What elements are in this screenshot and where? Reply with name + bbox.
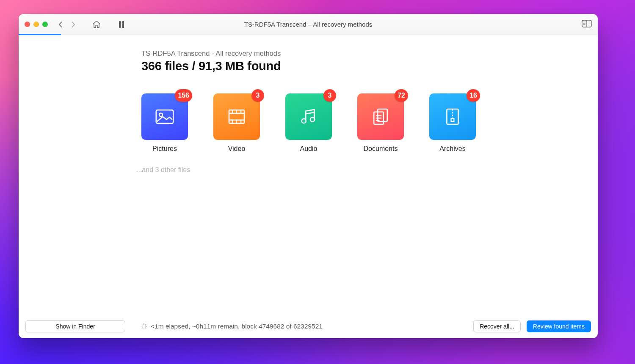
chevron-left-icon [58,21,63,28]
show-in-finder-button[interactable]: Show in Finder [25,320,125,332]
content-area: TS-RDF5A Transcend - All recovery method… [19,35,598,315]
svg-line-32 [145,328,146,328]
svg-line-18 [306,112,314,114]
pause-button[interactable] [118,21,125,28]
spinner-icon [141,323,147,330]
category-label: Video [228,145,246,153]
summary-heading: 366 files / 91,3 MB found [141,59,522,73]
recover-all-button[interactable]: Recover all... [473,320,521,332]
category-video[interactable]: 3 Video [213,93,260,153]
category-tile-documents: 72 [357,93,404,140]
breadcrumb: TS-RDF5A Transcend - All recovery method… [141,49,522,57]
scan-status: <1m elapsed, ~0h11m remain, block 474968… [141,323,323,330]
category-archives[interactable]: 16 Archives [429,93,476,153]
close-window-button[interactable] [25,22,30,27]
house-icon [92,20,101,29]
svg-rect-7 [156,110,174,123]
category-label: Audio [300,145,318,153]
count-badge: 3 [251,89,264,102]
svg-point-19 [302,119,306,123]
category-tile-archives: 16 [429,93,476,140]
music-note-icon [297,105,320,128]
sidebar-toggle-button[interactable] [582,20,592,29]
count-badge: 156 [175,89,192,102]
svg-rect-1 [122,21,124,28]
category-pictures[interactable]: 156 Pictures [141,93,188,153]
count-badge: 16 [467,89,480,102]
nav-arrows-group [58,21,76,28]
scan-status-text: <1m elapsed, ~0h11m remain, block 474968… [151,323,323,330]
svg-line-36 [142,324,143,325]
home-button[interactable] [92,20,101,29]
category-tile-video: 3 [213,93,260,140]
count-badge: 72 [395,89,408,102]
category-label: Pictures [152,145,177,153]
svg-point-8 [159,113,163,117]
desktop-background: TS-RDF5A Transcend – All recovery method… [0,0,635,364]
category-label: Archives [439,145,465,153]
review-found-items-button[interactable]: Review found items [527,320,591,332]
window-controls [25,22,48,27]
fullscreen-window-button[interactable] [42,22,48,27]
category-audio[interactable]: 3 Audio [285,93,332,153]
nav-forward-button[interactable] [71,21,76,28]
nav-back-button[interactable] [58,21,63,28]
category-documents[interactable]: 72 Documents [357,93,404,153]
titlebar: TS-RDF5A Transcend – All recovery method… [19,14,598,35]
svg-rect-0 [119,21,121,28]
category-tile-audio: 3 [285,93,332,140]
other-files-note: ...and 3 other files [136,166,522,174]
film-strip-icon [225,105,248,128]
chevron-right-icon [71,21,76,28]
footer-bar: Show in Finder <1m elapsed, ~0h11m remai [19,315,598,338]
svg-line-34 [142,328,143,328]
category-label: Documents [364,145,398,153]
minimize-window-button[interactable] [33,22,39,27]
svg-point-20 [310,118,315,122]
svg-line-30 [145,324,146,325]
count-badge: 3 [323,89,336,102]
zip-archive-icon [441,105,464,128]
svg-rect-26 [447,109,458,124]
documents-stack-icon [369,105,392,128]
picture-frame-icon [153,105,176,128]
pause-icon [118,21,125,28]
category-tile-pictures: 156 [141,93,188,140]
panel-split-icon [582,20,592,27]
window-title: TS-RDF5A Transcend – All recovery method… [19,21,598,28]
svg-rect-28 [451,119,454,122]
app-window: TS-RDF5A Transcend – All recovery method… [19,14,598,338]
category-grid: 156 Pictures [141,93,522,153]
